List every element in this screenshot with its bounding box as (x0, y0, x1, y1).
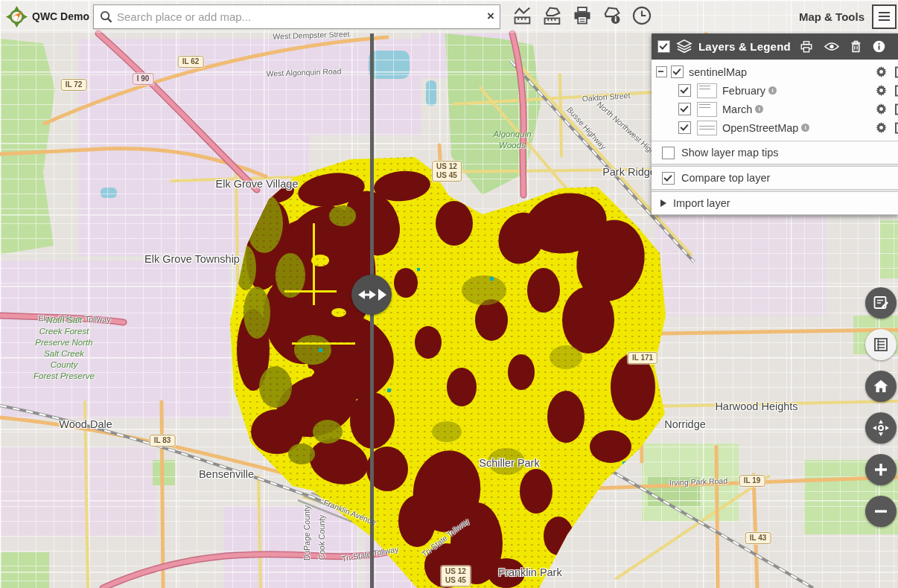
layer-menu-icon[interactable] (895, 122, 898, 134)
search-input[interactable] (115, 10, 500, 24)
time-manager-icon (631, 5, 652, 26)
compare-handle[interactable] (351, 275, 392, 315)
layer-menu-icon[interactable] (895, 66, 898, 78)
panel-header-icons (800, 40, 885, 54)
layer-checkbox[interactable] (678, 84, 691, 97)
print-icon (572, 5, 593, 26)
print-legend-icon[interactable] (800, 40, 813, 54)
layer-settings-icon[interactable] (876, 103, 887, 115)
layer-label[interactable]: sentinelMap (689, 66, 747, 78)
collapse-icon[interactable] (656, 66, 667, 77)
app-window: Elk Grove VillageElk Grove TownshipPark … (0, 0, 898, 588)
search-box: × (93, 4, 500, 29)
layer-checkbox[interactable] (678, 121, 691, 134)
layers-panel-header[interactable]: Layers & Legend (652, 33, 898, 60)
zoom-out-button[interactable] (865, 496, 897, 527)
layer-row-march[interactable]: March i (652, 100, 898, 118)
app-logo[interactable]: QWC Demo (0, 5, 89, 28)
option-label: Compare top layer (681, 172, 770, 184)
measure-line-button[interactable] (511, 4, 535, 28)
visibility-icon[interactable] (824, 41, 839, 52)
layer-menu-icon[interactable] (895, 103, 898, 115)
map-tools-label: Map & Tools (799, 10, 864, 23)
measure-area-button[interactable] (541, 4, 564, 28)
import-layer-row[interactable]: Import layer (652, 191, 898, 214)
identify-region-icon (602, 5, 622, 26)
layer-legend-thumbnail (697, 83, 717, 98)
info-icon[interactable] (873, 40, 885, 53)
zoom-out-icon (873, 504, 888, 519)
zoom-in-icon (873, 462, 888, 477)
layer-legend-thumbnail (697, 102, 717, 117)
topbar: QWC Demo × (0, 0, 898, 33)
layer-list-icon (873, 336, 889, 353)
home-icon (873, 378, 889, 394)
annotate-button[interactable] (865, 287, 897, 319)
layer-label[interactable]: February (722, 85, 765, 97)
menu-hamburger-icon[interactable] (872, 4, 897, 29)
panel-title: Layers & Legend (698, 40, 791, 53)
measure-area-icon (542, 5, 563, 26)
app-logo-text: QWC Demo (32, 10, 89, 22)
layer-list-button[interactable] (865, 329, 897, 360)
locate-button[interactable] (865, 412, 897, 444)
identify-region-button[interactable] (600, 4, 624, 28)
import-layer-label: Import layer (673, 197, 730, 209)
layer-row-openstreetmap[interactable]: OpenStreetMap i (652, 118, 898, 137)
option-compare-top-layer[interactable]: Compare top layer (652, 166, 898, 190)
layer-label[interactable]: March (722, 103, 752, 115)
swipe-arrows-icon (351, 275, 392, 315)
layer-tree: sentinelMap February i (652, 60, 898, 141)
layer-row-february[interactable]: February i (652, 81, 898, 100)
print-button[interactable] (570, 4, 594, 28)
layer-checkbox[interactable] (678, 103, 691, 115)
layer-label[interactable]: OpenStreetMap (722, 122, 798, 134)
layer-info-icon[interactable]: i (768, 86, 777, 95)
time-manager-button[interactable] (630, 4, 654, 28)
layer-menu-icon[interactable] (895, 85, 898, 97)
app-logo-icon (6, 5, 28, 28)
map-tips-checkbox[interactable] (662, 147, 675, 159)
zoom-in-button[interactable] (865, 454, 897, 485)
annotate-icon (873, 295, 889, 311)
layer-checkbox[interactable] (671, 65, 684, 78)
layer-settings-icon[interactable] (876, 66, 887, 77)
map-tools-menu[interactable]: Map & Tools (799, 4, 898, 29)
layer-legend-thumbnail (697, 121, 717, 135)
search-icon (100, 10, 112, 23)
option-label: Show layer map tips (681, 147, 779, 159)
layer-settings-icon[interactable] (876, 122, 887, 133)
layers-icon (676, 39, 692, 54)
expand-triangle-icon[interactable] (660, 199, 666, 207)
option-show-map-tips[interactable]: Show layer map tips (652, 141, 898, 164)
home-button[interactable] (865, 371, 897, 402)
search-clear-button[interactable]: × (487, 8, 494, 25)
layers-panel: Layers & Legend sentinelMa (652, 33, 898, 215)
measure-line-icon (512, 5, 533, 26)
compare-checkbox[interactable] (662, 172, 675, 185)
locate-icon (872, 419, 890, 437)
layer-info-icon[interactable]: i (801, 124, 809, 132)
delete-icon[interactable] (850, 40, 862, 53)
layer-settings-icon[interactable] (876, 85, 887, 96)
layer-info-icon[interactable]: i (755, 105, 763, 113)
layer-row-sentinelmap[interactable]: sentinelMap (652, 63, 898, 81)
panel-master-checkbox[interactable] (657, 40, 670, 53)
